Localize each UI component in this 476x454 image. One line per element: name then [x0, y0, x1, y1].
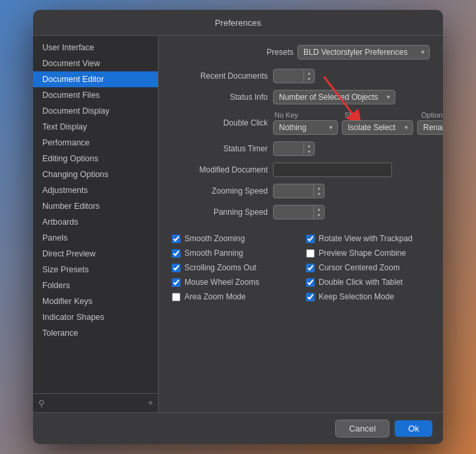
sidebar-item-document-editor[interactable]: Document Editor [33, 71, 158, 87]
dialog-title: Preferences [215, 18, 261, 28]
sidebar-item-editing-options[interactable]: Editing Options [33, 151, 158, 167]
sidebar-list: User InterfaceDocument ViewDocument Edit… [33, 36, 158, 393]
status-timer-arrows: ▲ ▼ [303, 143, 314, 155]
sidebar-item-size-presets[interactable]: Size Presets [33, 262, 158, 278]
panning-speed-down[interactable]: ▼ [314, 212, 324, 218]
checkbox-input-2[interactable] [172, 249, 180, 258]
checkbox-input-9[interactable] [306, 293, 315, 301]
checkbox-input-4[interactable] [172, 264, 180, 272]
zooming-speed-up[interactable]: ▲ [314, 185, 324, 191]
checkbox-item-3[interactable]: Preview Shape Combine [306, 248, 430, 258]
checkbox-label-4: Scrolling Zooms Out [184, 263, 257, 272]
checkbox-label-2: Smooth Panning [184, 248, 243, 258]
status-timer-stepper: 1.0 ▲ ▼ [273, 141, 315, 156]
double-click-label: Double Click [172, 118, 268, 128]
checkbox-item-0[interactable]: Smooth Zooming [172, 234, 296, 243]
status-timer-label: Status Timer [172, 144, 268, 153]
shift-select-wrapper: Isolate Select [342, 120, 413, 135]
sidebar-item-direct-preview[interactable]: Direct Preview [33, 246, 158, 262]
status-info-label: Status Info [172, 93, 268, 102]
no-key-header: No Key [274, 111, 340, 119]
panning-speed-stepper: 100.0% ▲ ▼ [273, 205, 325, 219]
modified-document-label: Modified Document [172, 165, 268, 174]
preferences-dialog: Preferences User InterfaceDocument ViewD… [33, 10, 443, 444]
sidebar: User InterfaceDocument ViewDocument Edit… [33, 36, 159, 412]
double-click-headers: No Key Shift Option [273, 111, 443, 119]
status-timer-input[interactable]: 1.0 [274, 142, 303, 155]
checkbox-input-5[interactable] [306, 264, 315, 272]
shift-select[interactable]: Isolate Select [342, 120, 413, 135]
checkbox-label-9: Keep Selection Mode [319, 292, 394, 301]
status-info-row: Status Info Number of Selected Objects [172, 90, 430, 104]
panning-speed-input[interactable]: 100.0% [274, 206, 313, 219]
modified-document-row: Modified Document • [172, 163, 430, 177]
status-info-select-wrapper: Number of Selected Objects [273, 90, 395, 104]
checkbox-item-7[interactable]: Double Click with Tablet [306, 278, 430, 287]
checkbox-label-7: Double Click with Tablet [319, 278, 403, 287]
zooming-speed-stepper: 100.0% ▲ ▼ [273, 184, 325, 198]
checkbox-input-6[interactable] [172, 278, 180, 287]
sidebar-item-modifier-keys[interactable]: Modifier Keys [33, 293, 158, 309]
status-info-select[interactable]: Number of Selected Objects [273, 90, 395, 104]
sidebar-item-adjustments[interactable]: Adjustments [33, 182, 158, 198]
checkbox-label-8: Area Zoom Mode [184, 292, 246, 301]
presets-select[interactable]: BLD Vectorstyler Preferences [298, 45, 430, 59]
sidebar-item-text-display[interactable]: Text Display [33, 119, 158, 135]
sidebar-item-artboards[interactable]: Artboards [33, 214, 158, 230]
sidebar-item-document-display[interactable]: Document Display [33, 103, 158, 119]
sidebar-item-performance[interactable]: Performance [33, 135, 158, 151]
option-header: Option [421, 111, 443, 119]
sidebar-item-indicator-shapes[interactable]: Indicator Shapes [33, 309, 158, 325]
recent-documents-up[interactable]: ▲ [304, 70, 314, 76]
zooming-speed-label: Zooming Speed [172, 186, 268, 196]
ok-button[interactable]: Ok [395, 420, 432, 437]
sidebar-item-number-editors[interactable]: Number Editors [33, 198, 158, 214]
panning-speed-label: Panning Speed [172, 208, 268, 217]
checkbox-item-4[interactable]: Scrolling Zooms Out [172, 263, 296, 272]
checkbox-item-6[interactable]: Mouse Wheel Zooms [172, 278, 296, 287]
dialog-footer: Cancel Ok [33, 412, 443, 444]
checkbox-label-0: Smooth Zooming [184, 234, 245, 243]
sidebar-item-panels[interactable]: Panels [33, 230, 158, 246]
checkbox-input-7[interactable] [306, 278, 315, 287]
checkbox-item-8[interactable]: Area Zoom Mode [172, 292, 296, 301]
checkbox-input-8[interactable] [172, 293, 180, 301]
zooming-speed-down[interactable]: ▼ [314, 191, 324, 197]
no-key-select[interactable]: Nothing [273, 120, 338, 135]
cancel-button[interactable]: Cancel [335, 420, 389, 437]
checkbox-input-0[interactable] [172, 235, 180, 243]
checkbox-label-3: Preview Shape Combine [319, 248, 406, 258]
checkbox-input-3[interactable] [306, 249, 315, 258]
zoom-icon: ⌖ [148, 398, 153, 408]
recent-documents-stepper: 32 ▲ ▼ [273, 69, 315, 83]
sidebar-item-folders[interactable]: Folders [33, 278, 158, 293]
status-timer-row: Status Timer 1.0 ▲ ▼ [172, 141, 430, 156]
option-select[interactable]: Rename Obje... [417, 120, 443, 135]
checkbox-item-2[interactable]: Smooth Panning [172, 248, 296, 258]
sidebar-item-user-interface[interactable]: User Interface [33, 40, 158, 56]
search-icon: ⚲ [38, 398, 45, 408]
sidebar-search-bar: ⚲ ⌖ [33, 393, 158, 412]
status-timer-up[interactable]: ▲ [304, 143, 314, 149]
checkbox-item-9[interactable]: Keep Selection Mode [306, 292, 430, 301]
recent-documents-input[interactable]: 32 [274, 69, 303, 83]
recent-documents-down[interactable]: ▼ [304, 76, 314, 82]
title-bar: Preferences [33, 10, 443, 36]
sidebar-item-document-files[interactable]: Document Files [33, 87, 158, 103]
checkbox-input-1[interactable] [306, 235, 315, 243]
checkbox-label-1: Rotate View with Trackpad [319, 234, 413, 243]
checkbox-item-5[interactable]: Cursor Centered Zoom [306, 263, 430, 272]
recent-documents-arrows: ▲ ▼ [303, 70, 314, 82]
panning-speed-up[interactable]: ▲ [314, 206, 324, 212]
modified-document-input[interactable]: • [273, 163, 392, 177]
zooming-speed-arrows: ▲ ▼ [313, 185, 324, 197]
double-click-dropdowns: Nothing Isolate Select Rename Obje... [273, 120, 443, 135]
sidebar-item-document-view[interactable]: Document View [33, 56, 158, 71]
checkbox-item-1[interactable]: Rotate View with Trackpad [306, 234, 430, 243]
panning-speed-arrows: ▲ ▼ [313, 206, 324, 218]
search-input[interactable] [48, 398, 114, 408]
sidebar-item-changing-options[interactable]: Changing Options [33, 167, 158, 182]
status-timer-down[interactable]: ▼ [304, 149, 314, 155]
sidebar-item-tolerance[interactable]: Tolerance [33, 325, 158, 341]
zooming-speed-input[interactable]: 100.0% [274, 184, 313, 198]
